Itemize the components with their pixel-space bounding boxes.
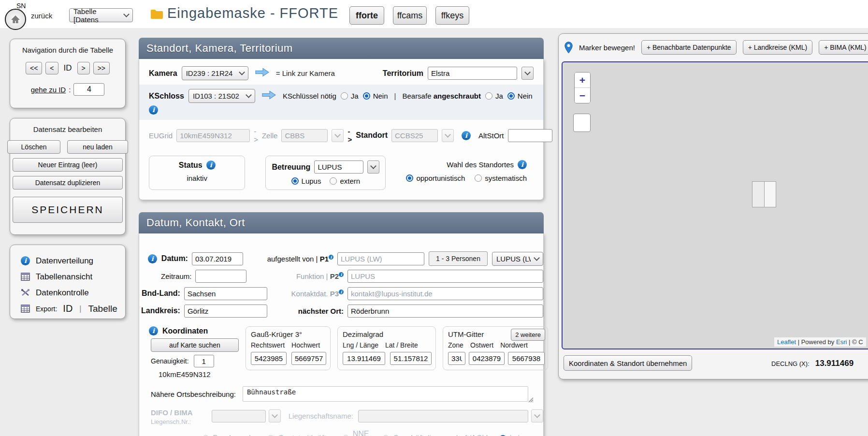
lat-input[interactable] (390, 352, 432, 365)
naechster-ort-input[interactable] (347, 305, 543, 318)
rechtswert-input[interactable] (251, 352, 287, 365)
map-tile-placeholder (752, 181, 776, 207)
radio-selected[interactable] (406, 174, 413, 182)
app-button-ffcams[interactable]: ffcams (393, 6, 427, 25)
p1-label: aufgestellt von | P1 (245, 255, 333, 263)
bima-kml-button[interactable]: + BIMA (KML) (819, 40, 868, 55)
betreuung-dropdown-button[interactable] (367, 160, 379, 174)
kamera-select[interactable]: ID239 : 21R24 (182, 66, 248, 80)
wahl-opportunistisch-option[interactable]: opportunistisch (406, 174, 465, 182)
radio-unselected[interactable] (485, 92, 492, 100)
nordwert-input[interactable] (508, 352, 545, 365)
radio-unselected[interactable] (475, 174, 482, 182)
esri-link[interactable]: Esri (836, 338, 847, 346)
wahl-systematisch-option[interactable]: systematisch (475, 174, 527, 182)
kamera-select-value: ID239 : 21R24 (186, 69, 233, 77)
bearsafe-nein-option[interactable]: Nein (507, 92, 533, 100)
ostwert-input[interactable] (469, 352, 505, 365)
hochwert-input[interactable] (291, 352, 326, 365)
bndland-input[interactable] (184, 287, 267, 300)
next-record-button[interactable]: > (77, 62, 90, 74)
kschluessel-ja-option[interactable]: Ja (341, 92, 359, 100)
info-icon[interactable] (148, 254, 157, 263)
betreuung-input[interactable] (314, 160, 363, 174)
map-layers-control[interactable] (573, 114, 591, 132)
info-icon[interactable] (339, 272, 344, 277)
prev-record-button[interactable]: < (45, 62, 58, 74)
info-icon[interactable] (462, 131, 471, 140)
koordinaten-uebernehmen-button[interactable]: Koordinaten & Standort übernehmen (564, 355, 692, 371)
export-id-link[interactable]: ID (63, 303, 72, 314)
personen-button[interactable]: 1 - 3 Personen (429, 251, 488, 266)
kschloss-select[interactable]: ID103 : 21S02 (188, 89, 255, 103)
page-title: Eingabemaske - FFORTE (167, 5, 338, 21)
delete-button[interactable]: Löschen (7, 140, 60, 154)
info-icon[interactable] (329, 255, 333, 260)
ortsbeschreibung-textarea[interactable]: Bühnaustraße (243, 386, 528, 402)
zelle-dropdown-button (332, 129, 344, 142)
app-button-fforte[interactable]: fforte (349, 6, 384, 25)
radio-unselected[interactable] (341, 92, 348, 100)
altstort-input[interactable] (508, 129, 552, 142)
home-logo[interactable]: SN (5, 4, 27, 28)
betreuung-extern-option[interactable]: extern (330, 177, 360, 185)
zoom-out-button[interactable]: − (575, 87, 590, 103)
lng-input[interactable] (343, 352, 385, 365)
kschluessel-nein-option[interactable]: Nein (363, 92, 388, 100)
radio-label: Ja (351, 92, 359, 100)
genauigkeit-input[interactable] (194, 355, 214, 367)
export-table-link[interactable]: Tabelle (88, 304, 117, 314)
info-icon[interactable] (518, 160, 527, 169)
landkreise-kml-button[interactable]: + Landkreise (KML) (743, 40, 813, 55)
arrow-text: -> (254, 127, 258, 144)
territorium-input[interactable] (428, 67, 517, 80)
table-select[interactable]: Tabelle [Datens (69, 8, 133, 22)
info-icon[interactable] (149, 326, 158, 335)
radio-selected[interactable] (363, 92, 370, 100)
bearsafe-ja-option[interactable]: Ja (485, 92, 503, 100)
info-icon[interactable] (149, 105, 158, 115)
p1-input[interactable] (337, 252, 424, 265)
p1-select[interactable]: LUPUS (LW (492, 252, 543, 266)
goto-id-link[interactable]: gehe zu ID (31, 86, 66, 94)
territorium-dropdown-button[interactable] (521, 67, 534, 80)
zoom-in-button[interactable]: + (575, 73, 590, 87)
link-datenkontrolle[interactable]: Datenkontrolle (21, 285, 125, 301)
datum-input[interactable] (192, 252, 243, 265)
link-tabellenansicht[interactable]: Tabellenansicht (21, 269, 125, 285)
betreuung-lupus-option[interactable]: Lupus (291, 177, 321, 185)
link-datenverteilung[interactable]: Datenverteilung (21, 253, 125, 269)
p3-input[interactable] (347, 287, 543, 300)
resize-handle-icon[interactable] (527, 396, 534, 405)
karte-suchen-button[interactable]: auf Karte suchen (151, 338, 239, 352)
last-record-button[interactable]: >> (93, 62, 110, 74)
zone-input[interactable] (448, 352, 465, 365)
zeitraum-input[interactable] (195, 270, 246, 283)
radio-unselected[interactable] (330, 177, 337, 185)
landkreis-input[interactable] (184, 305, 267, 318)
info-icon[interactable] (339, 290, 344, 294)
chevron-down-icon (524, 69, 531, 75)
back-link[interactable]: zurück (31, 12, 52, 20)
map-canvas[interactable]: + − Leaflet | Powered by Esri | © C (562, 61, 868, 349)
link-arrow-icon[interactable] (261, 90, 276, 102)
info-icon[interactable] (206, 160, 216, 170)
weitere-button[interactable]: 2 weitere (511, 329, 545, 341)
radio-selected[interactable] (291, 177, 299, 185)
leaflet-link[interactable]: Leaflet (777, 338, 796, 346)
radio-selected[interactable] (507, 92, 515, 100)
save-button[interactable]: SPEICHERN (13, 197, 123, 223)
home-icon[interactable] (5, 9, 26, 30)
nutzer-gaststreitkraefte-option: Gaststreitkräfte (267, 434, 330, 436)
p2-input[interactable] (347, 270, 543, 283)
goto-id-row: gehe zu ID : (10, 83, 125, 96)
new-entry-button[interactable]: Neuer Eintrag (leer) (13, 158, 123, 172)
app-button-ffkeys[interactable]: ffkeys (435, 6, 469, 25)
first-record-button[interactable]: << (26, 62, 42, 74)
panel-datum-kontakt-ort: Datum, Kontakt, Ort Datum: aufgestellt v… (139, 212, 544, 436)
benachbarte-datenpunkte-button[interactable]: + Benachbarte Datenpunkte (641, 40, 737, 55)
goto-id-input[interactable] (73, 83, 104, 96)
duplicate-record-button[interactable]: Datensatz duplizieren (13, 176, 123, 189)
link-arrow-icon[interactable] (255, 68, 270, 79)
reload-button[interactable]: neu laden (67, 140, 128, 154)
